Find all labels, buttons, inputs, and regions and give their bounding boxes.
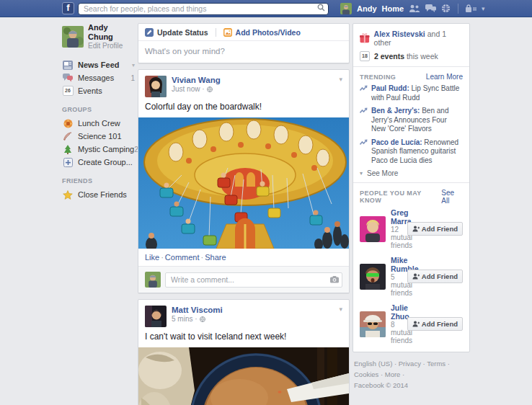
navbar-avatar[interactable] [340, 3, 352, 14]
avatar[interactable] [145, 306, 167, 327]
divider [353, 182, 469, 183]
post-photo-carousel[interactable] [138, 117, 349, 249]
sidebar-item-science-101[interactable]: Science 101 [62, 130, 135, 143]
pymk-name-link[interactable]: Mike Rumble [391, 256, 407, 273]
privacy-globe-icon [207, 86, 213, 92]
footer-copyright: Facebook © 2014 [354, 381, 408, 389]
feed-post-vivian: Vivian Wang Just now · ▾ Colorful day on… [138, 69, 350, 293]
divider [353, 66, 469, 67]
sidebar-item-create-group[interactable]: Create Group... [62, 156, 135, 169]
trending-item: Paul Rudd: Lip Sync Battle with Paul Rud… [360, 84, 463, 102]
sidebar-item-label: Create Group... [78, 158, 133, 166]
post-action-bar: Like·Comment·Share [138, 249, 349, 266]
events-calendar-icon: 18 [360, 51, 370, 61]
profile-name[interactable]: Andy Chung [88, 23, 135, 42]
navbar-user-link[interactable]: Andy [357, 4, 377, 13]
pymk-name-link[interactable]: Julie Zhuo [391, 303, 407, 321]
friend-requests-icon[interactable] [409, 4, 420, 13]
tab-divider [216, 28, 216, 37]
privacy-globe-icon [200, 316, 205, 322]
see-more-caret-icon: ▾ [360, 170, 363, 177]
share-link[interactable]: Share [205, 253, 226, 262]
trending-learn-more-link[interactable]: Learn More [426, 73, 463, 81]
navbar-home-link[interactable]: Home [382, 4, 404, 13]
notifications-icon[interactable] [441, 4, 451, 13]
search-icon [317, 4, 325, 12]
pymk-person-row: Greg Marra 12 mutual friends Add Friend [360, 208, 463, 249]
events-link: 2 events [374, 52, 404, 61]
post-timestamp[interactable]: Just now · [172, 85, 205, 93]
sidebar-item-lunch-crew[interactable]: Lunch Crew [62, 117, 135, 130]
sidebar-item-label: Events [78, 86, 102, 95]
avatar[interactable] [360, 311, 386, 337]
avatar[interactable] [360, 216, 386, 242]
trending-header: TRENDING [360, 74, 396, 81]
trending-arrow-icon [360, 85, 368, 92]
sidebar-item-events[interactable]: 26 Events [62, 84, 135, 97]
settings-caret-icon[interactable]: ▾ [482, 5, 485, 12]
group-flower-icon [62, 117, 74, 129]
pymk-header: PEOPLE YOU MAY KNOW [360, 190, 441, 204]
update-status-label: Update Status [157, 28, 208, 37]
avatar[interactable] [145, 76, 167, 97]
camera-icon[interactable] [330, 276, 339, 283]
add-photos-label: Add Photos/Video [236, 28, 301, 37]
post-photo-soup[interactable] [138, 347, 349, 405]
trending-topic-link[interactable]: Paco de Lucía: [371, 138, 422, 146]
post-author-link[interactable]: Matt Viscomi [172, 306, 223, 315]
trending-item: Paco de Lucía: Renowned Spanish flamenco… [360, 138, 463, 166]
birthdays-row[interactable]: Alex Ristevski and 1 other [360, 30, 463, 47]
news-feed-icon [62, 59, 74, 71]
footer-links: English (US) · Privacy · Terms · Cookies… [353, 352, 470, 396]
close-friends-star-icon [62, 189, 74, 200]
post-author-link[interactable]: Vivian Wang [172, 76, 221, 85]
messages-icon[interactable] [425, 4, 436, 13]
update-status-tab[interactable]: Update Status [145, 28, 208, 37]
sidebar-item-mystic-camping[interactable]: Mystic Camping 2 [62, 143, 135, 156]
birthday-person-link: Alex Ristevski [374, 30, 425, 38]
trending-topic-link[interactable]: Ben & Jerry's: [371, 107, 420, 115]
avatar[interactable] [360, 264, 386, 290]
search-bar [78, 1, 329, 15]
avatar [145, 272, 161, 288]
sidebar-item-close-friends[interactable]: Close Friends [62, 188, 135, 201]
groups-section-header: GROUPS [62, 106, 135, 113]
sidebar-item-label: Messages [78, 74, 114, 82]
left-sidebar: Andy Chung Edit Profile News Feed ▾ Mess… [62, 23, 135, 201]
sidebar-profile[interactable]: Andy Chung Edit Profile [62, 23, 135, 50]
search-input[interactable] [78, 3, 329, 15]
sidebar-item-news-feed[interactable]: News Feed ▾ [62, 58, 135, 71]
pymk-name-link[interactable]: Greg Marra [391, 208, 407, 226]
like-link[interactable]: Like [145, 253, 159, 262]
post-timestamp[interactable]: 5 mins · [172, 315, 198, 323]
footer-links-line[interactable]: English (US) · Privacy · Terms · Cookies… [354, 360, 450, 378]
sidebar-item-messages[interactable]: Messages 1 [62, 71, 135, 84]
pencil-icon [145, 28, 154, 37]
pymk-mutual-friends: 12 mutual friends [391, 226, 407, 249]
post-menu-caret-icon[interactable]: ▾ [339, 76, 342, 83]
pymk-mutual-friends: 8 mutual friends [391, 321, 407, 344]
add-friend-button[interactable]: Add Friend [407, 317, 463, 331]
events-row[interactable]: 18 2 events this week [360, 51, 463, 61]
trending-topic-link[interactable]: Paul Rudd: [371, 84, 409, 92]
add-photos-tab[interactable]: Add Photos/Video [223, 28, 301, 37]
add-friend-button[interactable]: Add Friend [407, 222, 463, 236]
post-menu-caret-icon[interactable]: ▾ [339, 306, 342, 313]
add-friend-button[interactable]: Add Friend [407, 270, 463, 283]
facebook-logo[interactable]: f [62, 2, 74, 14]
right-rail: Alex Ristevski and 1 other 18 2 events t… [353, 23, 470, 396]
status-input[interactable]: What's on your mind? [138, 41, 349, 63]
avatar [62, 26, 84, 48]
news-feed-caret-icon[interactable]: ▾ [132, 62, 135, 68]
trending-see-more[interactable]: ▾ See More [360, 169, 463, 177]
events-calendar-icon: 26 [62, 85, 74, 97]
add-friend-icon [412, 321, 420, 327]
privacy-lock-icon[interactable] [466, 4, 476, 12]
sidebar-item-label: Science 101 [78, 132, 122, 141]
pymk-person-row: Julie Zhuo 8 mutual friends Add Friend [360, 303, 463, 344]
comment-input[interactable] [165, 272, 342, 288]
news-feed-column: Update Status Add Photos/Video What's on… [138, 23, 350, 405]
pymk-see-all-link[interactable]: See All [441, 189, 463, 205]
edit-profile-link[interactable]: Edit Profile [88, 42, 135, 50]
comment-link[interactable]: Comment [165, 253, 200, 262]
